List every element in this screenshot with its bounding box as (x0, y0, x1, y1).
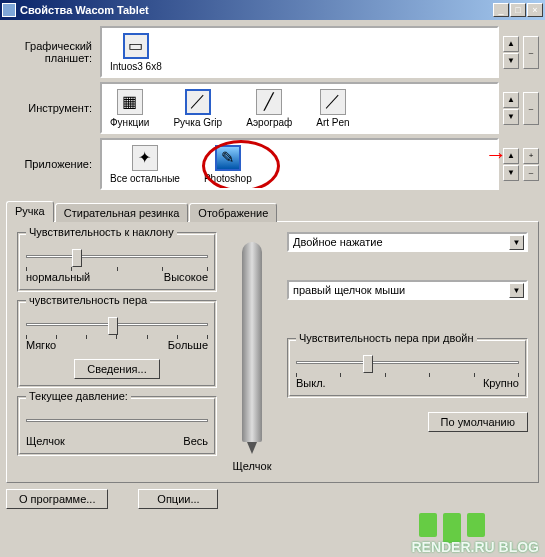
tabs: Ручка Стирательная резинка Отображение (6, 201, 539, 222)
tool-scroll-down[interactable]: ▼ (503, 109, 519, 125)
tilt-slider[interactable] (26, 247, 208, 265)
tablet-scroll-up[interactable]: ▲ (503, 36, 519, 52)
close-button[interactable]: × (527, 3, 543, 17)
pressure-right-label: Весь (183, 435, 208, 447)
tool-remove-button[interactable]: – (523, 92, 539, 125)
app-label: Приложение: (6, 158, 96, 170)
tilt-right-label: Высокое (164, 271, 208, 283)
titlebar[interactable]: Свойства Wacom Tablet _ □ × (0, 0, 545, 20)
tablet-label: Графический планшет: (6, 40, 96, 64)
dbl-right-label: Крупно (483, 377, 519, 389)
tip-feel-slider[interactable] (26, 315, 208, 333)
tablet-remove-button[interactable]: – (523, 36, 539, 69)
pen-icon: ／ (185, 89, 211, 115)
app-scroll-up[interactable]: ▲ (503, 148, 519, 164)
tool-item-grip-pen[interactable]: ／ Ручка Grip (173, 89, 222, 128)
chevron-down-icon: ▼ (509, 283, 524, 298)
artpen-icon: ／ (320, 89, 346, 115)
app-icon (2, 3, 16, 17)
chevron-down-icon: ▼ (509, 235, 524, 250)
photoshop-icon: ✎ (215, 145, 241, 171)
options-button[interactable]: Опции... (138, 489, 218, 509)
tool-label: Инструмент: (6, 102, 96, 114)
tab-mapping[interactable]: Отображение (189, 203, 277, 222)
wacom-properties-window: Свойства Wacom Tablet _ □ × Графический … (0, 0, 545, 557)
app-list[interactable]: ✦ Все остальные ✎ Photoshop (100, 138, 499, 190)
about-button[interactable]: О программе... (6, 489, 108, 509)
upper-button-combo[interactable]: Двойное нажатие ▼ (287, 232, 528, 252)
details-button[interactable]: Сведения... (74, 359, 159, 379)
tool-item-art-pen[interactable]: ／ Art Pen (316, 89, 349, 128)
maximize-button[interactable]: □ (510, 3, 526, 17)
tip-right-label: Больше (168, 339, 208, 351)
window-title: Свойства Wacom Tablet (20, 4, 493, 16)
tab-content: Чувствительность к наклону нормальный Вы… (6, 221, 539, 483)
tip-feel-group: чувствительность пера Мягко Больше Сведе… (17, 300, 217, 388)
tab-pen[interactable]: Ручка (6, 201, 54, 222)
airbrush-icon: ╱ (256, 89, 282, 115)
dblclick-slider[interactable] (296, 353, 519, 371)
pen-tip-label: Щелчок (233, 460, 272, 472)
tool-item-functions[interactable]: ▦ Функции (110, 89, 149, 128)
tool-item-airbrush[interactable]: ╱ Аэрограф (246, 89, 292, 128)
watermark-text: RENDER.RU BLOG (411, 539, 539, 555)
tip-left-label: Мягко (26, 339, 56, 351)
tablet-item-intuos3[interactable]: ▭ Intuos3 6x8 (110, 33, 162, 72)
tab-eraser[interactable]: Стирательная резинка (55, 203, 189, 222)
tool-scroll-up[interactable]: ▲ (503, 92, 519, 108)
lower-button-combo[interactable]: правый щелчок мыши ▼ (287, 280, 528, 300)
tablet-scroll-down[interactable]: ▼ (503, 53, 519, 69)
tilt-left-label: нормальный (26, 271, 90, 283)
pressure-bar (26, 411, 208, 429)
tablet-list[interactable]: ▭ Intuos3 6x8 (100, 26, 499, 78)
tool-list[interactable]: ▦ Функции ／ Ручка Grip ╱ Аэрограф ／ Art … (100, 82, 499, 134)
dblclick-group: Чувствительность пера при двойн Выкл. Кр… (287, 338, 528, 398)
defaults-button[interactable]: По умолчанию (428, 412, 528, 432)
app-remove-button[interactable]: – (523, 165, 539, 181)
all-apps-icon: ✦ (132, 145, 158, 171)
app-item-all-others[interactable]: ✦ Все остальные (110, 145, 180, 184)
minimize-button[interactable]: _ (493, 3, 509, 17)
functions-icon: ▦ (117, 89, 143, 115)
pen-image (242, 242, 262, 442)
app-scroll-down[interactable]: ▼ (503, 165, 519, 181)
pressure-group: Текущее давление: Щелчок Весь (17, 396, 217, 456)
app-item-photoshop[interactable]: ✎ Photoshop (204, 145, 252, 184)
dbl-left-label: Выкл. (296, 377, 326, 389)
app-add-button[interactable]: + (523, 148, 539, 164)
tablet-icon: ▭ (123, 33, 149, 59)
tilt-group: Чувствительность к наклону нормальный Вы… (17, 232, 217, 292)
pressure-left-label: Щелчок (26, 435, 65, 447)
